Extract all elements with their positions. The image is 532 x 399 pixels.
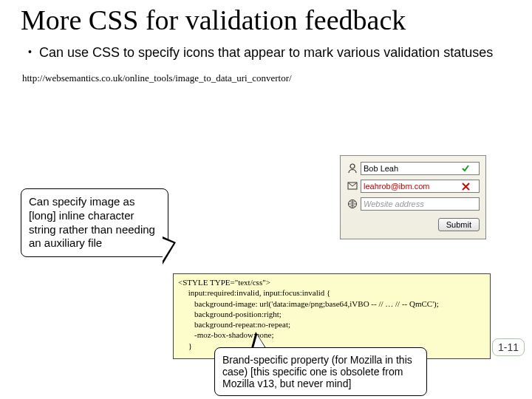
- person-icon: [347, 162, 358, 175]
- website-input[interactable]: [361, 197, 480, 211]
- globe-icon: [347, 197, 358, 211]
- mail-icon: [347, 180, 358, 193]
- valid-check-icon: [460, 163, 471, 174]
- invalid-cross-icon: [460, 181, 471, 191]
- bullet-text: Can use CSS to specify icons that appear…: [39, 44, 493, 61]
- slide-title: More CSS for validation feedback: [21, 6, 532, 35]
- reference-url: http://websemantics.co.uk/online_tools/i…: [22, 72, 532, 84]
- page-number: 1-11: [492, 338, 525, 356]
- svg-point-0: [350, 164, 355, 168]
- bullet-dot-icon: •: [28, 46, 32, 59]
- callout-inline-image: Can specify image as [long] inline chara…: [21, 188, 168, 257]
- validation-form-demo: Submit: [340, 155, 486, 239]
- callout-tail-icon: [163, 236, 176, 265]
- submit-button[interactable]: Submit: [438, 218, 480, 231]
- bullet-item: • Can use CSS to specify icons that appe…: [28, 44, 501, 61]
- css-code-snippet: <STYLE TYPE="text/css"> input:required:i…: [173, 273, 491, 359]
- callout-moz-property: Brand-specific property (for Mozilla in …: [214, 347, 427, 396]
- callout-tail-icon: [251, 332, 266, 348]
